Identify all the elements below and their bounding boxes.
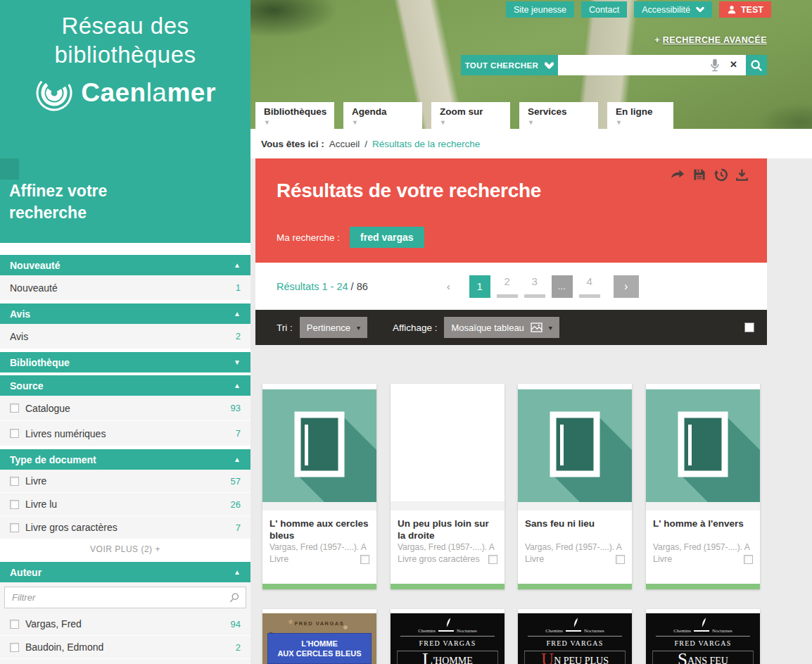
facet-item-livre[interactable]: Livre 57 <box>0 470 250 493</box>
result-card[interactable]: Un peu plus loin sur la droite Vargas, F… <box>391 384 505 589</box>
result-card[interactable]: L' homme aux cercles bleus Vargas, Fred … <box>262 384 376 589</box>
checkbox[interactable] <box>10 500 19 509</box>
tab-zoom-sur[interactable]: Zoom sur ▼ <box>431 102 510 129</box>
tab-agenda[interactable]: Agenda ▼ <box>343 102 422 129</box>
checkbox[interactable] <box>10 523 19 532</box>
facet-item-livres-numeriques[interactable]: Livres numériques 7 <box>0 421 250 446</box>
book-placeholder-image[interactable] <box>262 389 376 502</box>
book-placeholder-image[interactable] <box>518 389 632 502</box>
facet-item-avis[interactable]: Avis 2 <box>0 324 250 349</box>
facet-item-catalogue[interactable]: Catalogue 93 <box>0 396 250 421</box>
select-result-checkbox[interactable] <box>488 555 497 564</box>
page-1-active[interactable]: 1 <box>469 275 490 298</box>
facet-header-avis[interactable]: Avis ▲ <box>0 303 250 324</box>
page-ellipsis[interactable]: … <box>552 275 573 298</box>
logo-brand-text: Caenlamer <box>81 78 216 108</box>
tab-en-ligne[interactable]: En ligne ▼ <box>607 102 673 129</box>
blank-cover-image[interactable] <box>391 389 505 502</box>
clear-search-icon[interactable]: ✕ <box>730 59 737 70</box>
facet-header-auteur[interactable]: Auteur ▲ <box>0 562 250 582</box>
cover-author: FRED VARGAS <box>262 613 376 627</box>
dash <box>438 630 454 632</box>
result-type: Livre gros caractères <box>398 554 480 564</box>
dash <box>566 630 581 632</box>
facet-item-baudoin-edmond[interactable]: Baudoin, Edmond 2 <box>0 636 250 659</box>
pagination-bar: Résultats 1 - 24 / 86 ‹ 1 2 3 … 4 › <box>255 263 767 310</box>
facet-header-bibliotheque[interactable]: Bibliothèque ▼ <box>0 352 250 372</box>
author-filter-input[interactable] <box>5 587 246 608</box>
accessibility-button[interactable]: Accessibilité <box>634 1 712 18</box>
page-3[interactable]: 3 <box>524 275 545 298</box>
advanced-search-link[interactable]: + RECHERCHE AVANCÉE <box>654 35 767 45</box>
history-icon[interactable] <box>713 168 728 182</box>
select-result-checkbox[interactable] <box>616 555 625 564</box>
display-dropdown[interactable]: Mosaïque tableau ▾ <box>444 317 559 338</box>
result-card[interactable]: CheminsNocturnes FRED VARGAS UN PEU PLUS… <box>518 609 632 664</box>
facet-header-nouveaute[interactable]: Nouveauté ▲ <box>0 255 250 275</box>
result-title[interactable]: Un peu plus loin sur la droite <box>391 510 505 541</box>
dash <box>694 630 709 632</box>
tab-services[interactable]: Services ▼ <box>519 102 598 129</box>
facet-item-nouveaute[interactable]: Nouveauté 1 <box>0 275 250 301</box>
search-scope-button[interactable]: TOUT CHERCHER <box>461 55 558 75</box>
logo-circle-icon <box>34 73 74 113</box>
cover-author: FRED VARGAS <box>391 639 505 647</box>
checkbox[interactable] <box>10 643 19 652</box>
tab-bibliotheques[interactable]: Bibliothèques ▼ <box>255 102 334 129</box>
download-icon[interactable] <box>735 168 749 182</box>
book-placeholder-image[interactable] <box>646 389 760 502</box>
book-cover-image[interactable]: CheminsNocturnes FRED VARGAS L'HOMME A L… <box>391 613 505 664</box>
next-page-button[interactable]: › <box>614 275 639 298</box>
facet-item-doyon-josee[interactable]: Doyon, Josée 1 <box>0 659 250 664</box>
facet-item-vargas-fred[interactable]: Vargas, Fred 94 <box>0 613 250 636</box>
chevron-down-icon: ▾ <box>549 324 552 332</box>
facet-item-livre-lu[interactable]: Livre lu 26 <box>0 493 250 516</box>
result-title[interactable]: Sans feu ni lieu <box>518 510 632 541</box>
result-card[interactable]: CheminsNocturnes FRED VARGAS SANS FEU NI… <box>646 609 760 664</box>
site-jeunesse-button[interactable]: Site jeunesse <box>506 1 574 18</box>
sidebar-collapse-tab[interactable] <box>0 158 19 180</box>
divider <box>656 636 750 637</box>
result-card[interactable]: L' homme à l'envers Vargas, Fred (1957-.… <box>646 384 760 589</box>
result-card[interactable]: CheminsNocturnes FRED VARGAS L'HOMME A L… <box>391 609 505 664</box>
breadcrumb-home-link[interactable]: Accueil <box>329 139 360 149</box>
divider <box>646 502 760 510</box>
page-2[interactable]: 2 <box>497 275 518 298</box>
refine-search-title: Affinez votre recherche <box>9 180 164 224</box>
logo-line-1: Réseau des <box>0 11 250 40</box>
facet-item-livre-gros-caracteres[interactable]: Livre gros caractères 7 <box>0 516 250 539</box>
checkbox[interactable] <box>10 403 19 413</box>
facet-count: 93 <box>231 403 241 413</box>
logo[interactable]: Réseau des bibliothèques Caenlamer <box>0 0 250 113</box>
result-author: Vargas, Fred (1957-....). A <box>646 541 760 552</box>
feather-icon <box>518 617 632 627</box>
result-card[interactable]: Sans feu ni lieu Vargas, Fred (1957-....… <box>518 384 632 589</box>
utility-nav: Site jeunesse Contact Accessibilité TEST <box>506 1 771 18</box>
book-cover-image[interactable]: CheminsNocturnes FRED VARGAS SANS FEU NI… <box>646 613 760 664</box>
result-title[interactable]: L' homme à l'envers <box>646 510 760 541</box>
search-submit-button[interactable] <box>746 55 767 75</box>
select-result-checkbox[interactable] <box>744 555 753 564</box>
save-icon[interactable] <box>692 168 706 182</box>
account-test-button[interactable]: TEST <box>719 1 771 18</box>
facet-header-source[interactable]: Source ▲ <box>0 375 250 396</box>
page-4[interactable]: 4 <box>579 275 600 298</box>
search-query-badge[interactable]: fred vargas <box>350 227 424 248</box>
checkbox[interactable] <box>10 477 19 486</box>
author-filter-row <box>0 582 250 613</box>
sort-dropdown[interactable]: Pertinence ▾ <box>300 317 367 338</box>
microphone-icon[interactable] <box>708 58 722 73</box>
book-cover-image[interactable]: FRED VARGAS L'HOMME AUX CERCLES BLEUS <box>262 613 376 664</box>
voir-plus-button[interactable]: VOIR PLUS (2) + <box>0 539 250 559</box>
share-icon[interactable] <box>670 168 685 182</box>
select-result-checkbox[interactable] <box>360 555 369 564</box>
prev-page-icon[interactable]: ‹ <box>447 280 450 292</box>
book-cover-image[interactable]: CheminsNocturnes FRED VARGAS UN PEU PLUS… <box>518 613 632 664</box>
select-all-checkbox[interactable] <box>744 322 754 332</box>
checkbox[interactable] <box>10 620 19 629</box>
facet-header-type-document[interactable]: Type de document ▲ <box>0 449 250 470</box>
result-card[interactable]: FRED VARGAS L'HOMME AUX CERCLES BLEUS <box>262 609 376 664</box>
result-title[interactable]: L' homme aux cercles bleus <box>262 510 376 541</box>
contact-button[interactable]: Contact <box>581 1 627 18</box>
checkbox[interactable] <box>10 429 19 438</box>
